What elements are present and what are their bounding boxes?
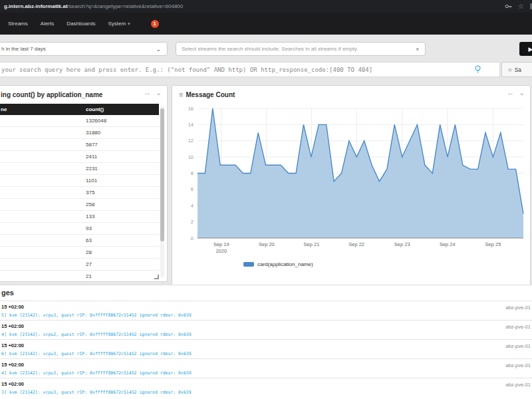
- chevron-down-icon: ▾: [128, 21, 130, 26]
- screen: g.intern.abz-informatik.at/search?q=&ran…: [0, 0, 532, 399]
- count-cell: 2231: [86, 166, 159, 172]
- url-text[interactable]: g.intern.abz-informatik.at/search?q=&ran…: [4, 3, 499, 9]
- table-row: 93: [0, 223, 159, 235]
- table-row: 5877: [0, 139, 159, 151]
- caret-down-icon: ▾: [416, 46, 419, 53]
- table-row: 1326048: [0, 115, 159, 127]
- count-cell: 258: [86, 201, 159, 207]
- url-path: /search?q=&rangetype=relative&relative=6…: [68, 3, 184, 9]
- message-timestamp: 15 +02:00: [0, 381, 532, 387]
- run-search-button[interactable]: ▶: [519, 42, 532, 56]
- play-icon: ▶: [529, 46, 532, 53]
- count-header[interactable]: count(): [86, 106, 159, 112]
- nav-item-streams[interactable]: Streams: [8, 21, 28, 27]
- svg-text:10: 10: [188, 154, 194, 160]
- message-count-widget: ≡ Message Count ↔ ⌄ 0246810121416Sep 192…: [172, 85, 531, 287]
- table-scrollbar[interactable]: [160, 106, 164, 277]
- message-row[interactable]: 15 +02:00abz-pve-014] kvm [23142]: vcpu3…: [0, 358, 532, 378]
- svg-text:14: 14: [188, 122, 194, 128]
- count-table-widget: ing count() by application_name ↔ ⌄ ne c…: [0, 85, 168, 282]
- count-cell: 2411: [86, 154, 159, 160]
- chart-legend[interactable]: card(application_name): [243, 261, 313, 267]
- message-row[interactable]: 15 +02:00abz-pve-015] kvm [23142]: vcpu3…: [0, 301, 532, 320]
- table-row: 133: [0, 211, 159, 223]
- table-row: 258: [0, 199, 159, 211]
- message-source: abz-pve-01: [505, 362, 531, 368]
- nav-item-system[interactable]: System▾: [108, 21, 130, 27]
- streams-placeholder: Select streams the search should include…: [182, 46, 358, 52]
- save-search-button[interactable]: ☆ Sa: [501, 62, 532, 77]
- messages-list: 15 +02:00abz-pve-015] kvm [23142]: vcpu3…: [0, 301, 532, 397]
- application-name-header[interactable]: ne: [0, 106, 86, 112]
- lightbulb-icon[interactable]: [475, 65, 481, 74]
- message-row[interactable]: 15 +02:00abz-pve-014] kvm [23142]: vcpu2…: [0, 320, 532, 339]
- chevron-down-icon: ⌄: [156, 46, 161, 53]
- table-row: 2231: [0, 163, 159, 175]
- svg-text:Sep 21: Sep 21: [304, 241, 320, 247]
- drag-handle-icon[interactable]: ≡: [179, 90, 183, 98]
- message-source: abz-pve-01: [505, 324, 531, 330]
- svg-text:6: 6: [191, 186, 194, 192]
- svg-text:4: 4: [191, 203, 194, 209]
- count-cell: 31880: [86, 130, 159, 136]
- svg-text:Sep 24: Sep 24: [440, 241, 456, 247]
- nav-item-dashboards[interactable]: Dashboards: [66, 21, 95, 27]
- scrollbar-thumb[interactable]: [160, 108, 164, 241]
- message-text: 3] kvm [23142]: vcpu3, guest rIP: 0xffff…: [0, 390, 532, 395]
- message-text: 4] kvm [23142]: vcpu2, guest rIP: 0xffff…: [0, 332, 532, 337]
- table-row: 27: [0, 259, 159, 271]
- count-table: ne count() 13260483188058772411223111013…: [0, 104, 159, 283]
- url-domain: g.intern.abz-informatik.at: [4, 3, 68, 9]
- svg-text:16: 16: [188, 106, 194, 112]
- count-cell: 133: [86, 213, 159, 219]
- timerange-select[interactable]: h in the last 7 days ⌄: [0, 42, 168, 56]
- notification-badge[interactable]: 1: [151, 20, 159, 28]
- collapse-chevron-icon[interactable]: ⌄: [519, 89, 525, 96]
- message-row[interactable]: 15 +02:00abz-pve-013] kvm [23142]: vcpu3…: [0, 378, 532, 397]
- resize-horizontal-icon[interactable]: ↔: [507, 89, 514, 96]
- bookmark-star-icon[interactable]: ☆: [518, 3, 524, 10]
- svg-text:Sep 20: Sep 20: [259, 241, 275, 247]
- table-row: 2411: [0, 151, 159, 163]
- message-source: abz-pve-01: [505, 382, 531, 388]
- message-source: abz-pve-01: [505, 343, 531, 349]
- svg-text:0: 0: [191, 235, 194, 241]
- browser-url-bar[interactable]: g.intern.abz-informatik.at/search?q=&ran…: [0, 0, 532, 13]
- key-icon[interactable]: [505, 3, 512, 10]
- message-count-chart[interactable]: 0246810121416Sep 192020Sep 20Sep 21Sep 2…: [174, 102, 529, 259]
- svg-text:8: 8: [191, 170, 194, 176]
- count-cell: 1101: [86, 178, 159, 184]
- svg-text:Sep 19: Sep 19: [213, 241, 229, 247]
- resize-horizontal-icon[interactable]: ↔: [144, 89, 151, 96]
- resize-corner-handle[interactable]: [154, 275, 159, 279]
- table-row: 28: [0, 247, 159, 259]
- legend-label: card(application_name): [257, 261, 313, 267]
- count-cell: 5877: [86, 142, 159, 148]
- count-cell: 375: [86, 190, 159, 196]
- timerange-value: h in the last 7 days: [1, 46, 46, 52]
- svg-text:2: 2: [191, 219, 194, 225]
- table-row: 31880: [0, 127, 159, 139]
- message-timestamp: 15 +02:00: [0, 362, 532, 368]
- svg-text:12: 12: [188, 138, 194, 144]
- svg-text:Sep 25: Sep 25: [485, 241, 501, 247]
- message-source: abz-pve-01: [505, 305, 531, 311]
- table-widget-title: ing count() by application_name: [1, 91, 102, 98]
- navbar: Streams Alerts Dashboards System▾ 1: [0, 13, 532, 35]
- nav-item-alerts[interactable]: Alerts: [41, 21, 54, 27]
- search-query-input[interactable]: [0, 63, 499, 77]
- table-row: 375: [0, 187, 159, 199]
- count-cell: 27: [86, 261, 159, 267]
- count-cell: 63: [86, 237, 159, 243]
- messages-section: ges 15 +02:00abz-pve-015] kvm [23142]: v…: [0, 285, 532, 399]
- chart-widget-title: Message Count: [186, 91, 235, 98]
- collapse-chevron-icon[interactable]: ⌄: [156, 89, 162, 96]
- message-text: 4] kvm [23142]: vcpu3, guest rIP: 0xffff…: [0, 370, 532, 376]
- count-cell: 1326048: [86, 118, 159, 124]
- legend-swatch: [243, 262, 254, 267]
- message-timestamp: 15 +02:00: [0, 323, 532, 329]
- table-header-row: ne count(): [0, 104, 159, 115]
- table-row: 1101: [0, 175, 159, 187]
- streams-select[interactable]: Select streams the search should include…: [176, 42, 426, 56]
- message-row[interactable]: 15 +02:00abz-pve-016] kvm [23142]: vcpu3…: [0, 339, 532, 358]
